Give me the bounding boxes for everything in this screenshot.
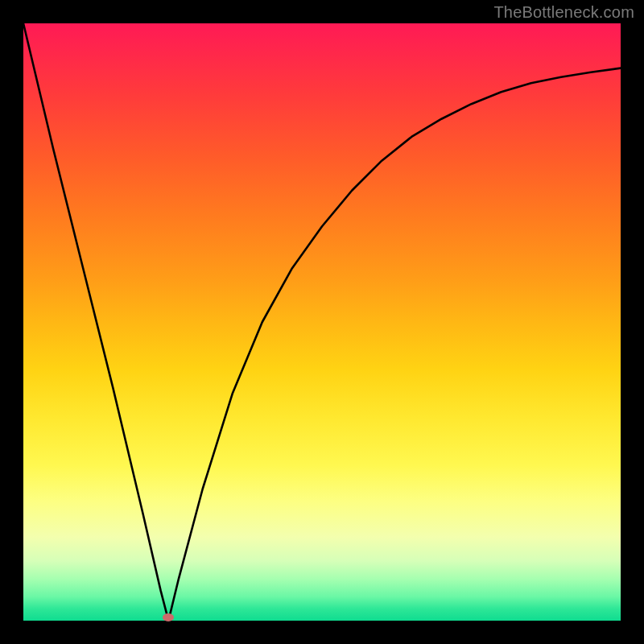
plot-area — [23, 23, 621, 621]
minimum-marker — [163, 613, 174, 621]
curve-path — [23, 23, 621, 621]
curve-layer — [23, 23, 621, 621]
chart-frame: TheBottleneck.com — [0, 0, 644, 644]
watermark-text: TheBottleneck.com — [493, 3, 634, 22]
